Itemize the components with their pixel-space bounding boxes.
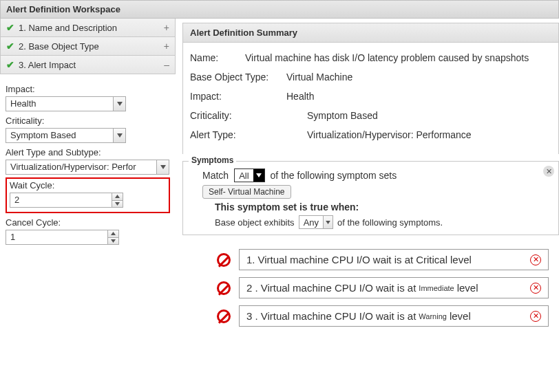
chevron-down-icon[interactable]: [113, 129, 125, 142]
wait-cycle-label: Wait Cycle:: [10, 180, 166, 190]
forbidden-icon: [217, 309, 231, 323]
base-pre: Base object exhibits: [215, 217, 295, 228]
summary-bot-key: Base Object Type:: [190, 72, 286, 83]
base-post: of the following symptoms.: [337, 217, 443, 228]
delete-icon[interactable]: ✕: [530, 311, 541, 322]
symptom-level: Warning: [419, 312, 447, 320]
check-icon: ✔: [6, 41, 14, 52]
alert-type-label: Alert Type and Subtype:: [6, 147, 170, 157]
cancel-cycle-input[interactable]: 1: [6, 230, 119, 245]
chevron-down-icon[interactable]: [323, 216, 333, 228]
workspace-title: Alert Definition Workspace: [6, 4, 120, 14]
symptom-list: 1. Virtual machine CPU I/O wait is at Cr…: [182, 235, 559, 327]
spin-up-icon[interactable]: [112, 193, 123, 201]
step-label: 3. Alert Impact: [19, 60, 76, 70]
summary-atype-key: Alert Type:: [190, 129, 307, 140]
step-alert-impact[interactable]: ✔ 3. Alert Impact –: [0, 56, 176, 74]
summary-atype-value: Virtualization/Hypervisor: Performance: [307, 129, 551, 140]
summary-crit-value: Symptom Based: [307, 110, 551, 121]
match-value: All: [235, 171, 253, 181]
symptom-pre: Virtual machine CPU I/O wait is at: [258, 254, 414, 265]
impact-value: Health: [6, 97, 113, 111]
summary-impact-value: Health: [286, 91, 551, 102]
summary-name-key: Name:: [190, 52, 245, 63]
impact-label: Impact:: [6, 84, 170, 94]
match-pre: Match: [202, 170, 229, 181]
symptom-item: 2 . Virtual machine CPU I/O wait is at I…: [217, 277, 559, 298]
chevron-down-icon[interactable]: [113, 97, 125, 111]
symptom-post: level: [450, 254, 472, 265]
summary-impact-key: Impact:: [190, 91, 286, 102]
symptom-num: 3 .: [246, 310, 258, 322]
step-base-object-type[interactable]: ✔ 2. Base Object Type +: [0, 37, 176, 56]
alert-impact-form: Impact: Health Criticality: Symptom Base…: [0, 74, 176, 245]
step-label: 1. Name and Description: [19, 23, 117, 33]
summary-crit-key: Criticality:: [190, 110, 307, 121]
base-value: Any: [299, 217, 323, 228]
symptom-pre: Virtual machine CPU I/O wait is at: [261, 310, 416, 322]
symptom-item: 1. Virtual machine CPU I/O wait is at Cr…: [217, 249, 559, 270]
spin-down-icon[interactable]: [108, 238, 118, 245]
match-post: of the following symptom sets: [271, 170, 397, 181]
symptom-post: level: [450, 310, 471, 322]
symptom-pre: Virtual machine CPU I/O wait is at: [261, 282, 416, 294]
symptoms-legend: Symptoms: [189, 155, 236, 165]
alert-type-value: Virtualization/Hypervisor: Perfor: [6, 160, 156, 174]
wait-cycle-input[interactable]: 2: [10, 193, 123, 208]
symptom-num: 2 .: [246, 282, 258, 294]
workspace-title-bar: Alert Definition Workspace: [0, 0, 559, 19]
cancel-cycle-value: 1: [6, 230, 107, 244]
symptom-level: Critical: [416, 254, 447, 265]
summary-body: Name: Virtual machine has disk I/O laten…: [182, 43, 559, 154]
set-true-label: This symptom set is true when:: [215, 202, 551, 213]
forbidden-icon: [217, 253, 231, 267]
symptom-item: 3 . Virtual machine CPU I/O wait is at W…: [217, 305, 559, 327]
delete-icon[interactable]: ✕: [530, 283, 541, 294]
symptom-post: level: [457, 282, 478, 294]
spin-down-icon[interactable]: [112, 201, 123, 208]
symptom-num: 1.: [246, 254, 255, 265]
summary-name-value: Virtual machine has disk I/O latency pro…: [245, 52, 551, 63]
spin-up-icon[interactable]: [108, 230, 118, 238]
step-label: 2. Base Object Type: [19, 41, 99, 52]
close-icon[interactable]: ✕: [543, 166, 554, 177]
step-name-description[interactable]: ✔ 1. Name and Description +: [0, 19, 176, 37]
wait-cycle-highlight: Wait Cycle: 2: [6, 177, 170, 213]
forbidden-icon: [217, 281, 231, 295]
symptom-level: Immediate: [419, 284, 454, 292]
delete-icon[interactable]: ✕: [530, 254, 541, 265]
scope-tab[interactable]: Self- Virtual Machine: [202, 185, 291, 199]
right-panel: Alert Definition Summary Name: Virtual m…: [176, 19, 559, 334]
check-icon: ✔: [6, 22, 14, 33]
chevron-down-icon[interactable]: [156, 160, 169, 174]
collapse-icon[interactable]: –: [164, 59, 169, 70]
cancel-cycle-label: Cancel Cycle:: [6, 217, 170, 228]
criticality-label: Criticality:: [6, 116, 170, 126]
impact-select[interactable]: Health: [6, 96, 126, 111]
expand-icon[interactable]: +: [164, 22, 169, 33]
wait-cycle-value: 2: [10, 193, 112, 207]
base-select[interactable]: Any: [299, 215, 333, 229]
check-icon: ✔: [6, 59, 14, 70]
criticality-select[interactable]: Symptom Based: [6, 128, 126, 143]
criticality-value: Symptom Based: [6, 129, 113, 142]
symptoms-block: Symptoms ✕ Match All of the following sy…: [182, 161, 559, 235]
symptom-box[interactable]: 3 . Virtual machine CPU I/O wait is at W…: [239, 305, 549, 327]
symptom-box[interactable]: 2 . Virtual machine CPU I/O wait is at I…: [239, 277, 549, 298]
summary-bot-value: Virtual Machine: [286, 72, 551, 83]
match-select[interactable]: All: [234, 168, 264, 182]
chevron-down-icon[interactable]: [253, 169, 264, 182]
symptom-box[interactable]: 1. Virtual machine CPU I/O wait is at Cr…: [239, 249, 549, 270]
expand-icon[interactable]: +: [164, 41, 169, 52]
alert-type-select[interactable]: Virtualization/Hypervisor: Perfor: [6, 160, 169, 175]
left-panel: ✔ 1. Name and Description + ✔ 2. Base Ob…: [0, 19, 176, 334]
summary-header: Alert Definition Summary: [182, 23, 559, 43]
